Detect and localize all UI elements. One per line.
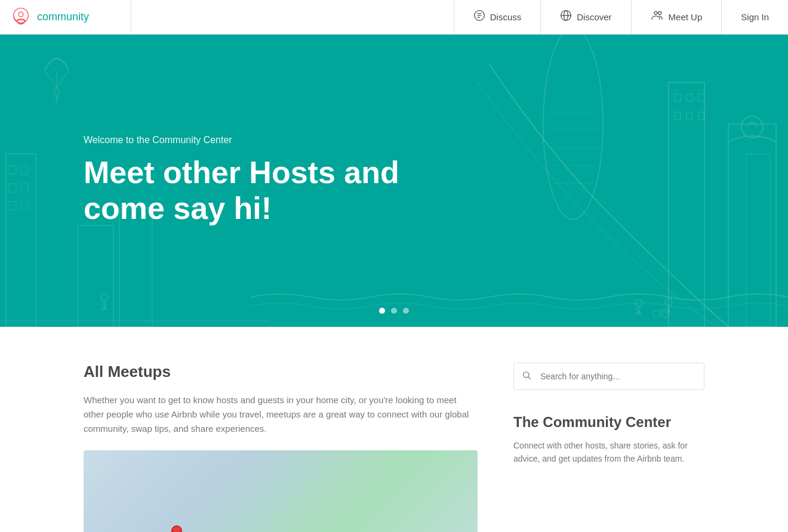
- nav-discuss[interactable]: Discuss: [454, 0, 541, 34]
- svg-rect-10: [675, 112, 681, 119]
- svg-point-4: [654, 11, 657, 14]
- svg-rect-12: [698, 112, 704, 119]
- svg-line-26: [45, 70, 57, 88]
- svg-point-41: [524, 372, 529, 378]
- main-nav: Discuss Discover Meet Up Sign In: [454, 0, 788, 34]
- logo-area: community: [0, 0, 131, 34]
- left-column: All Meetups Whether you want to get to k…: [84, 363, 478, 532]
- svg-rect-19: [728, 124, 776, 327]
- search-icon: [522, 370, 531, 382]
- svg-rect-9: [698, 94, 704, 101]
- nav-meetup[interactable]: Meet Up: [631, 0, 722, 34]
- meetup-icon: [651, 10, 664, 24]
- svg-rect-8: [687, 94, 692, 101]
- community-center-description: Connect with other hosts, share stories,…: [513, 439, 704, 466]
- community-center-info: The Community Center Connect with other …: [513, 414, 704, 466]
- carousel-dot-2[interactable]: [391, 308, 397, 314]
- svg-point-20: [741, 116, 763, 138]
- svg-point-5: [658, 11, 661, 14]
- meetups-title: All Meetups: [84, 363, 478, 381]
- search-box: [513, 363, 704, 390]
- discuss-icon: [473, 10, 485, 24]
- main-content: All Meetups Whether you want to get to k…: [0, 327, 788, 532]
- svg-point-39: [101, 293, 108, 301]
- map-container[interactable]: [84, 450, 478, 532]
- header: community Discuss Discover Meet Up Sign …: [0, 0, 788, 35]
- nav-discover[interactable]: Discover: [540, 0, 630, 34]
- hero-subtitle: Welcome to the Community Center: [84, 135, 454, 146]
- right-column: The Community Center Connect with other …: [513, 363, 704, 532]
- search-input[interactable]: [513, 363, 704, 390]
- map-background: [84, 450, 478, 532]
- svg-rect-7: [675, 94, 681, 101]
- svg-rect-11: [687, 112, 692, 119]
- meetups-description: Whether you want to get to know hosts an…: [84, 393, 478, 436]
- map-pin-1[interactable]: [170, 525, 181, 532]
- community-center-title: The Community Center: [513, 414, 704, 431]
- carousel-dot-3[interactable]: [403, 308, 409, 314]
- svg-rect-21: [746, 154, 770, 327]
- carousel-dot-1[interactable]: [379, 308, 385, 314]
- svg-line-42: [528, 377, 531, 379]
- nav-signin[interactable]: Sign In: [721, 0, 788, 34]
- svg-line-27: [57, 70, 69, 88]
- svg-point-29: [54, 89, 60, 95]
- community-label: community: [37, 11, 89, 23]
- svg-point-13: [543, 35, 603, 219]
- hero-content: Welcome to the Community Center Meet oth…: [0, 135, 454, 227]
- carousel-dots: [379, 308, 409, 314]
- hero-banner: Welcome to the Community Center Meet oth…: [0, 35, 788, 327]
- svg-point-24: [653, 310, 660, 317]
- hero-title: Meet other Hosts and come say hi!: [84, 155, 454, 227]
- svg-rect-37: [78, 225, 113, 327]
- discover-icon: [560, 10, 572, 24]
- airbnb-logo[interactable]: [12, 7, 30, 27]
